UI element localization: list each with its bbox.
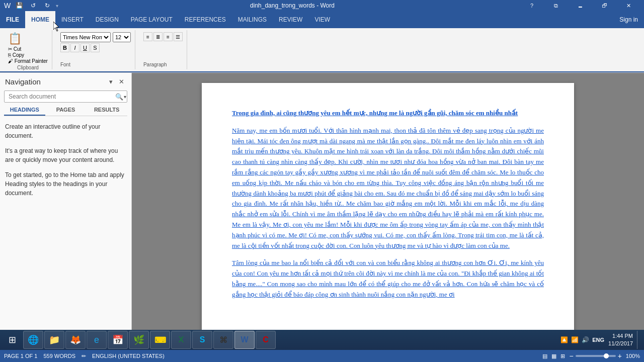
nav-header: Navigation ▾ ✕ [0,73,131,88]
view-normal-icon[interactable]: ▤ [542,353,547,359]
nav-helper-text-2: It's a great way to keep track of where … [5,146,126,164]
zoom-slider[interactable] [576,355,616,357]
search-button[interactable]: 🔍 [114,92,124,102]
format-painter-button[interactable]: 🖌 Format Painter [8,58,48,64]
main-area: Navigation ▾ ✕ 🔍 ▾ HEADINGS PAGES RESULT… [0,73,644,339]
ribbon-content: 📋 ✂ Cut ⎘ Copy 🖌 Format Painter Clipboar… [0,28,644,72]
view-web-icon[interactable]: ⊞ [560,353,565,359]
underline-button[interactable]: U [80,43,90,52]
zoom-level[interactable]: 100% [626,353,640,359]
taskbar-firefox[interactable]: 🦊 [65,331,86,349]
tab-view[interactable]: VIEW [308,11,336,28]
nav-pin-button[interactable]: ▾ [107,77,115,86]
taskbar-clock[interactable]: 1:44 PM 11/2/2017 [608,332,633,348]
justify-button[interactable]: ☰ [174,32,183,41]
edit-mode-icon: ✏ [82,353,86,359]
taskbar-app7[interactable]: C [256,331,276,349]
show-desktop-button[interactable] [637,331,640,349]
search-dropdown-button[interactable]: ▾ [124,94,126,100]
zoom-out-button[interactable]: − [569,352,573,360]
clipboard-label: Clipboard [17,65,39,70]
taskbar-right: 🔼 📶 🔊 ENG 1:44 PM 11/2/2017 [560,331,642,349]
bold-button[interactable]: B [60,43,69,52]
document-paragraph-2: Tâm lòng của me bao la nổi biến cả đổi v… [232,258,544,300]
window-title: dinh_dang_trong_words - Word [64,2,520,9]
tab-design[interactable]: DESIGN [90,11,125,28]
copy-button[interactable]: ⎘ Copy [8,52,48,58]
nav-helper-text-1: Create an interactive outline of your do… [5,122,126,140]
nav-tab-results[interactable]: RESULTS [86,105,127,116]
navigation-pane: Navigation ▾ ✕ 🔍 ▾ HEADINGS PAGES RESULT… [0,73,132,339]
nav-tab-pages[interactable]: PAGES [45,105,87,116]
font-label: Font [60,62,131,67]
italic-button[interactable]: I [70,43,79,52]
taskbar-word[interactable]: W [234,331,255,349]
strikethrough-button[interactable]: S [91,43,100,52]
font-family-select[interactable]: Times New Roman [60,32,111,42]
save-button[interactable]: 💾 [14,1,25,11]
cut-button[interactable]: ✂ Cut [8,46,48,52]
ribbon: FILE HOME INSERT DESIGN PAGE LAYOUT REFE… [0,11,644,73]
tab-review[interactable]: REVIEW [273,11,308,28]
restore-button-top[interactable]: ⧉ [544,0,568,11]
align-right-button[interactable]: ≡ [164,32,173,41]
taskbar-explorer[interactable]: 📁 [44,331,64,349]
nav-close-button[interactable]: ✕ [117,77,126,86]
tab-mailings[interactable]: MAILINGS [232,11,273,28]
zoom-thumb [604,353,609,358]
page-info: PAGE 1 OF 1 [4,353,37,359]
taskbar-chrome[interactable]: 🌐 [23,331,43,349]
network-icon[interactable]: 📶 [571,336,579,343]
nav-header-controls: ▾ ✕ [107,77,126,86]
start-button[interactable]: ⊞ [2,331,22,349]
title-bar: W 💾 ↺ ↻ ▾ dinh_dang_trong_words - Word ?… [0,0,644,11]
zoom-in-button[interactable]: + [618,352,622,360]
nav-tab-headings[interactable]: HEADINGS [4,105,45,116]
nav-search-area: 🔍 ▾ [0,88,131,105]
taskbar-excel[interactable]: X [171,331,191,349]
minimize-button[interactable]: 🗕 [569,0,592,11]
taskbar: ⊞ 🌐 📁 🦊 e 📅 🌿 ⌨ X S ⌘ W C 🔼 📶 🔊 ENG [0,330,644,350]
search-input[interactable] [4,90,127,103]
tab-page-layout[interactable]: PAGE LAYOUT [125,11,179,28]
align-left-button[interactable]: ≡ [143,32,152,41]
document-content[interactable]: Trong gia đình, ai cũng thương yêu em hế… [232,108,544,300]
redo-button[interactable]: ↻ [42,1,53,11]
help-button[interactable]: ? [520,0,543,11]
paragraph-label: Paragraph [143,62,183,67]
document-page[interactable]: Trong gia đình, ai cũng thương yêu em hế… [202,83,574,339]
view-layout-icon[interactable]: ▦ [551,353,556,359]
tab-insert[interactable]: INSERT [55,11,90,28]
taskbar-app5[interactable]: 🌿 [129,331,149,349]
taskbar-date: 11/2/2017 [608,340,633,347]
taskbar-system-icons: 🔼 📶 🔊 ENG [560,336,604,343]
maximize-button[interactable]: 🗗 [593,0,616,11]
nav-title: Navigation [5,77,41,86]
zoom-controls: − + [569,352,621,360]
volume-icon[interactable]: 🔊 [582,336,589,343]
taskbar-ie[interactable]: e [87,331,107,349]
nav-helper-text-3: To get started, go to the Home tab and a… [5,170,126,198]
font-size-select[interactable]: 12 [113,32,131,42]
close-button[interactable]: ✕ [617,0,640,11]
taskbar-app6[interactable]: ⌨ [150,331,170,349]
nav-content: Create an interactive outline of your do… [0,116,131,339]
notification-icon[interactable]: 🔼 [560,336,568,343]
undo-button[interactable]: ↺ [28,1,39,11]
sign-in-link[interactable]: Sign in [613,11,644,28]
nav-tabs: HEADINGS PAGES RESULTS [4,105,127,116]
language-icon[interactable]: ENG [592,337,604,343]
taskbar-skype[interactable]: S [192,331,212,349]
search-icon: 🔍 [115,93,123,101]
tab-file[interactable]: FILE [0,11,25,28]
tab-references[interactable]: REFERENCES [179,11,232,28]
document-title: Trong gia đình, ai cũng thương yêu em hế… [232,108,544,119]
ribbon-tabs: FILE HOME INSERT DESIGN PAGE LAYOUT REFE… [0,11,644,28]
tab-home[interactable]: HOME [25,11,55,28]
taskbar-notepad[interactable]: ⌘ [213,331,233,349]
word-count: 559 WORDS [43,353,75,359]
taskbar-time: 1:44 PM [608,332,633,340]
align-center-button[interactable]: ≣ [153,32,163,41]
paste-button[interactable]: 📋 [8,32,22,45]
taskbar-calendar[interactable]: 📅 [108,331,128,349]
